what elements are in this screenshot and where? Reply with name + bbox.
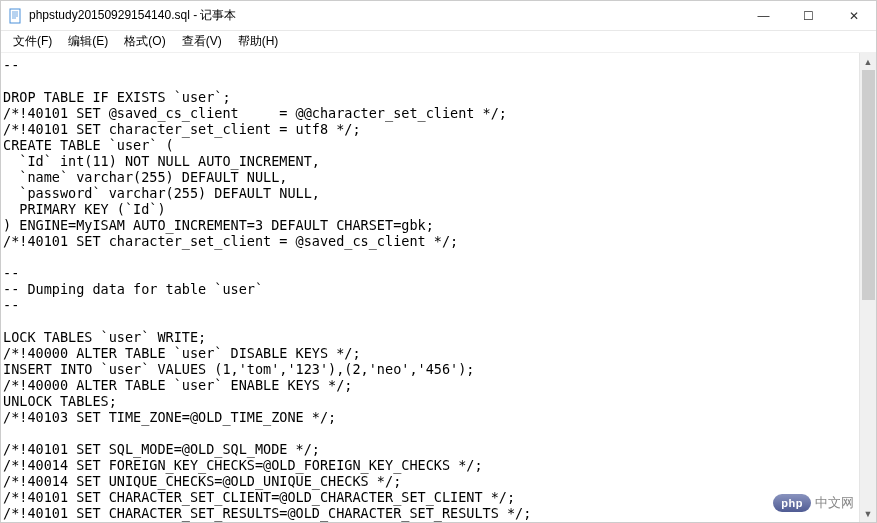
menu-help[interactable]: 帮助(H) <box>230 31 287 52</box>
close-button[interactable]: ✕ <box>831 1 876 30</box>
window-title: phpstudy20150929154140.sql - 记事本 <box>29 7 741 24</box>
scroll-thumb[interactable] <box>862 70 875 300</box>
menu-format[interactable]: 格式(O) <box>116 31 173 52</box>
content-area: -- DROP TABLE IF EXISTS `user`; /*!40101… <box>1 53 876 522</box>
scroll-down-button[interactable]: ▼ <box>860 505 876 522</box>
scroll-up-button[interactable]: ▲ <box>860 53 876 70</box>
notepad-icon <box>7 8 23 24</box>
menubar: 文件(F) 编辑(E) 格式(O) 查看(V) 帮助(H) <box>1 31 876 53</box>
menu-file[interactable]: 文件(F) <box>5 31 60 52</box>
menu-edit[interactable]: 编辑(E) <box>60 31 116 52</box>
minimize-button[interactable]: — <box>741 1 786 30</box>
titlebar: phpstudy20150929154140.sql - 记事本 — ☐ ✕ <box>1 1 876 31</box>
window-controls: — ☐ ✕ <box>741 1 876 30</box>
maximize-button[interactable]: ☐ <box>786 1 831 30</box>
vertical-scrollbar[interactable]: ▲ ▼ <box>859 53 876 522</box>
text-content[interactable]: -- DROP TABLE IF EXISTS `user`; /*!40101… <box>1 53 876 522</box>
menu-view[interactable]: 查看(V) <box>174 31 230 52</box>
